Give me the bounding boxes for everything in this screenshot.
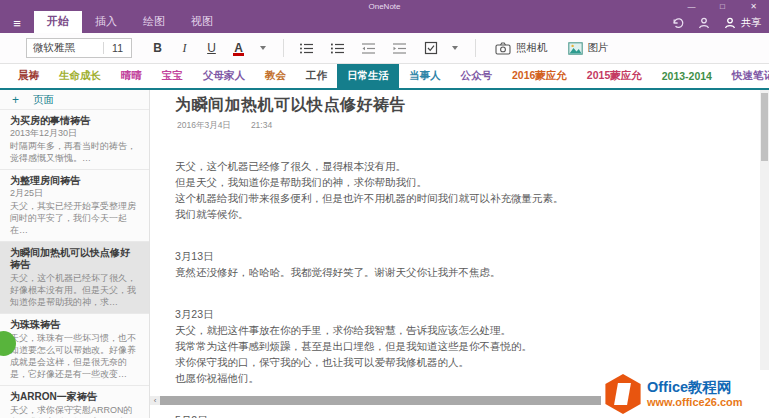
window-controls: — □ ✕ (676, 0, 769, 13)
indent-button[interactable] (387, 37, 412, 59)
formatting-toolbar: 微软雅黑 11 B I U A (0, 33, 769, 64)
page-title: 为瞬间加热机可以快点修好祷告 (10, 247, 139, 271)
page-list-item[interactable]: 为ARRON一家祷告 天父，求你保守安慰ARRON的心，求你安慰他们一家人的心。… (0, 386, 149, 418)
page-title: 为珠珠祷告 (10, 319, 139, 331)
app-title: OneNote (0, 2, 769, 11)
camera-icon (495, 42, 511, 55)
titlebar: OneNote — □ ✕ ≡ 开始 插入 绘图 视图 (0, 0, 769, 33)
section-tab[interactable]: 当事人 (399, 64, 451, 88)
page-title: 为买房的事情祷告 (10, 115, 139, 127)
todo-tag-button[interactable] (418, 37, 443, 59)
font-selector[interactable]: 微软雅黑 11 (26, 38, 132, 58)
section-tab[interactable]: 2015蒙应允 (577, 64, 652, 88)
ribbon-tab-view[interactable]: 视图 (178, 11, 226, 33)
italic-button[interactable]: I (172, 37, 197, 59)
note-time: 21:34 (251, 120, 272, 132)
page-preview: 天父，求你保守安慰ARRON的心，求你安慰他们一家人的心。因你满有恩慈怜悯。 (10, 404, 139, 418)
watermark-site-url: www.office26.com (647, 396, 743, 408)
undo-icon[interactable] (670, 15, 686, 31)
note-line: 这个机器给我们带来很多便利，但是也许不用机器的时间我们就可以补充微量元素。 (175, 190, 729, 206)
section-tab[interactable]: 快速笔记 (722, 64, 769, 88)
note-line: 天父，这个机器已经修了很久，显得根本没有用。 (175, 158, 729, 174)
section-tab[interactable]: 父母家人 (193, 64, 255, 88)
page-preview: 天父，其实已经开始享受整理房间时的平安了，我们今天一起在… (10, 200, 139, 236)
add-page-label: 页面 (33, 93, 54, 107)
font-color-button[interactable]: A (226, 37, 251, 59)
ribbon-tab-home[interactable]: 开始 (34, 11, 82, 33)
watermark: Office教程网 www.office26.com (601, 370, 769, 418)
office-logo-icon (603, 374, 643, 414)
note-line: 我常常为这件事感到烦躁，甚至是出口埋怨，但是我知道这些是你不喜悦的。 (175, 338, 729, 354)
note-entry: 天父，这个机器已经修了很久，显得根本没有用。 但是天父，我知道你是帮助我们的神，… (175, 158, 729, 222)
note-entry: 3月13日 竟然还没修好，哈哈哈。我都觉得好笑了。谢谢天父你让我并不焦虑。 (175, 248, 729, 280)
page-date: 2013年12月30日 (10, 128, 139, 139)
scroll-left-arrow-icon[interactable]: ‹ (150, 396, 160, 405)
vertical-scrollbar[interactable] (760, 90, 769, 396)
font-size-value: 11 (103, 42, 131, 54)
add-page-button[interactable]: + 页面 (0, 90, 149, 110)
page-preview: 天父，这个机器已经坏了很久，好像根本没有用。但是天父，我知道你是帮助我的神，求… (10, 272, 139, 308)
picture-button[interactable]: 图片 (568, 41, 609, 55)
picture-icon (568, 42, 583, 55)
maximize-button[interactable]: □ (707, 0, 738, 13)
share-button[interactable]: 共享 (722, 15, 761, 31)
chevron-down-icon[interactable] (260, 46, 266, 50)
note-date: 2016年3月4日 (177, 120, 231, 132)
page-date: 2月25日 (10, 188, 139, 199)
camera-label: 照相机 (516, 41, 548, 55)
page-preview: 时隔两年多，再看当时的祷告，觉得感慨又惭愧。… (10, 140, 139, 164)
page-list-item[interactable]: 为珠珠祷告 天父，珠珠有一些坏习惯，也不知道要怎么可以帮她改。好像养成就是会这样… (0, 314, 149, 386)
section-tab[interactable]: 晴晴 (111, 64, 152, 88)
share-person-icon (722, 15, 738, 31)
section-tab[interactable]: 宝宝 (152, 64, 193, 88)
section-tab[interactable]: 2013-2014 (652, 64, 722, 88)
entry-date: 3月13日 (175, 248, 729, 264)
page-title: 为ARRON一家祷告 (10, 391, 139, 403)
page-list-sidebar: + 页面 为买房的事情祷告 2013年12月30日 时隔两年多，再看当时的祷告，… (0, 90, 150, 418)
note-title[interactable]: 为瞬间加热机可以快点修好祷告 (175, 95, 729, 116)
note-line: 求你保守我的口，保守我的心，也让我可以爱帮我修机器的人。 (175, 354, 729, 370)
page-list-item-selected[interactable]: 为瞬间加热机可以快点修好祷告 天父，这个机器已经坏了很久，好像根本没有用。但是天… (0, 242, 149, 314)
section-tab[interactable]: 晨祷 (8, 64, 49, 88)
entry-date: 3月23日 (175, 306, 729, 322)
note-line: 我们就等候你。 (175, 206, 729, 222)
note-line: 但是天父，我知道你是帮助我们的神，求你帮助我们。 (175, 174, 729, 190)
page-title: 为整理房间祷告 (10, 175, 139, 187)
close-button[interactable]: ✕ (738, 0, 769, 13)
account-icon[interactable] (696, 15, 712, 31)
bullet-list-button[interactable] (294, 37, 319, 59)
page-preview: 天父，珠珠有一些坏习惯，也不知道要怎么可以帮她改。好像养成就是会这样，但是很无奈… (10, 332, 139, 380)
camera-button[interactable]: 照相机 (495, 41, 548, 55)
numbered-list-button[interactable] (325, 37, 350, 59)
onenote-window: OneNote — □ ✕ ≡ 开始 插入 绘图 视图 (0, 0, 769, 418)
page-list-item[interactable]: 为整理房间祷告 2月25日 天父，其实已经开始享受整理房间时的平安了，我们今天一… (0, 170, 149, 242)
bold-button[interactable]: B (145, 37, 170, 59)
underline-button[interactable]: U (199, 37, 224, 59)
section-tab[interactable]: 工作 (296, 64, 337, 88)
note-line: 竟然还没修好，哈哈哈。我都觉得好笑了。谢谢天父你让我并不焦虑。 (175, 264, 729, 280)
font-name-value: 微软雅黑 (27, 41, 103, 55)
ribbon-tab-draw[interactable]: 绘图 (130, 11, 178, 33)
outdent-button[interactable] (356, 37, 381, 59)
picture-label: 图片 (588, 41, 609, 55)
share-label: 共享 (741, 16, 761, 30)
watermark-site-name: Office教程网 (647, 380, 743, 396)
section-tab[interactable]: 公众号 (451, 64, 503, 88)
note-canvas[interactable]: 为瞬间加热机可以快点修好祷告 2016年3月4日 21:34 天父，这个机器已经… (150, 90, 769, 418)
page-list-item[interactable]: 为买房的事情祷告 2013年12月30日 时隔两年多，再看当时的祷告，觉得感慨又… (0, 110, 149, 170)
section-tab-active[interactable]: 日常生活 (337, 64, 399, 88)
note-line: 天父，就把这件事放在你的手里，求你给我智慧，告诉我应该怎么处理。 (175, 322, 729, 338)
hamburger-menu-icon[interactable]: ≡ (0, 15, 34, 33)
plus-icon: + (12, 93, 19, 107)
section-tab[interactable]: 生命成长 (49, 64, 111, 88)
vertical-scrollbar-thumb[interactable] (761, 93, 768, 161)
minimize-button[interactable]: — (676, 0, 707, 13)
note-meta: 2016年3月4日 21:34 (177, 120, 729, 132)
section-tab-bar: 晨祷 生命成长 晴晴 宝宝 父母家人 教会 工作 日常生活 当事人 公众号 20… (0, 64, 769, 88)
section-tab[interactable]: 教会 (255, 64, 296, 88)
chevron-down-icon[interactable] (452, 46, 458, 50)
section-tab[interactable]: 2016蒙应允 (502, 64, 577, 88)
ribbon-tab-insert[interactable]: 插入 (82, 11, 130, 33)
